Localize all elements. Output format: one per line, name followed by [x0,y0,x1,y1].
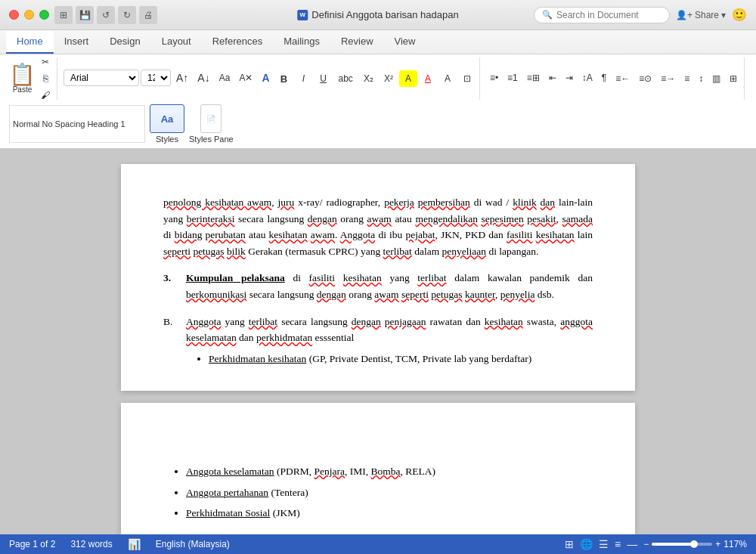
layout-icon[interactable]: ⊞ [565,538,574,550]
borders-button[interactable]: ⊞ [726,71,741,86]
statusbar: Page 1 of 2 312 words 📊 English (Malaysi… [0,534,756,554]
underline-button[interactable]: U [314,70,333,87]
web-layout-icon[interactable]: 🌐 [580,538,593,550]
tab-home[interactable]: Home [6,31,54,54]
minimize-button[interactable] [24,10,34,20]
titlebar-right: 🔍 👤+ Share ▾ 🙂 [534,7,747,23]
bullet-item-1: Anggota keselamatan (PDRM, Penjara, IMI,… [186,463,593,480]
format-painter-button[interactable]: 🖌 [37,88,54,103]
tab-mailings[interactable]: Mailings [273,31,330,54]
toolbar-quick-icons: ⊞ 💾 ↺ ↻ 🖨 [54,6,157,24]
bullet-3-bold: Perkhidmatan Sosial [186,507,270,518]
page-2: Anggota keselamatan (PDRM, Penjara, IMI,… [121,403,635,534]
font-shrink-button[interactable]: A↓ [194,70,213,86]
bullet-list-page2: Anggota keselamatan (PDRM, Penjara, IMI,… [186,463,593,522]
bullet-item-B1: Perkhidmatan kesihatan (GP, Private Dent… [209,351,593,367]
decrease-indent-button[interactable]: ⇤ [545,70,560,85]
read-mode-icon[interactable]: ≡ [615,538,621,550]
justify-button[interactable]: ≡ [680,71,693,86]
page-1: penolong kesihatan awam, juru x-ray/ rad… [121,164,635,391]
maximize-button[interactable] [39,10,49,20]
tab-review[interactable]: Review [330,31,384,54]
cut-button[interactable]: ✂ [37,54,54,70]
bullet-B1-bold: Perkhidmatan kesihatan [209,353,306,364]
increase-indent-button[interactable]: ⇥ [562,70,577,85]
text-effects-button[interactable]: A [258,70,273,86]
document-title: W Definisi Anggota barisan hadapan [297,9,458,20]
outline-icon[interactable]: ☰ [599,538,609,550]
sort-button[interactable]: ↕A [578,70,596,85]
word-icon: W [297,10,308,20]
smiley-icon[interactable]: 🙂 [732,8,747,22]
copy-button[interactable]: ⎘ [37,71,54,86]
show-formatting-button[interactable]: ¶ [598,70,610,85]
tab-insert[interactable]: Insert [54,31,100,54]
strikethrough-button[interactable]: abc [334,70,358,87]
word-count: 312 words [70,539,112,549]
bullet-1-bold: Anggota keselamatan [186,466,274,477]
page-2-content[interactable]: Anggota keselamatan (PDRM, Penjara, IMI,… [163,463,593,522]
tab-references[interactable]: References [202,31,273,54]
shading-button[interactable]: ▥ [708,71,724,86]
ribbon-tabs: Home Insert Design Layout References Mai… [0,30,756,54]
styles-group: Normal No Spacing Heading 1 Aa Styles 📄 … [6,103,237,145]
zoom-bar: − + 117% [643,539,747,549]
superscript-button[interactable]: X² [380,70,398,87]
titlebar-center: W Definisi Anggota barisan hadapan [297,9,458,20]
search-box[interactable]: 🔍 [534,7,670,23]
styles-pane-button[interactable]: 📄 Styles Pane [189,104,234,144]
highlight-button[interactable]: A [399,70,417,87]
proofing-icon[interactable]: 📊 [128,538,141,550]
bold-button[interactable]: B [275,70,293,87]
change-case-button[interactable]: Aa [215,70,234,85]
zoom-minus-button[interactable]: − [643,539,649,549]
text-shading-button[interactable]: A [438,70,457,87]
styles-button[interactable]: Aa Styles [150,104,184,144]
multilevel-list-button[interactable]: ≡⊞ [523,70,544,85]
paragraph-1: penolong kesihatan awam, juru x-ray/ rad… [163,194,593,259]
paste-button[interactable]: 📋 Paste [9,64,36,94]
font-color-button[interactable]: A [419,70,437,87]
font-grow-button[interactable]: A↑ [172,70,192,86]
font-selector[interactable]: Arial [64,70,139,86]
chevron-down-icon: ▾ [721,10,726,20]
zoom-track[interactable] [652,543,712,546]
search-input[interactable] [556,10,662,20]
zoom-level[interactable]: 117% [723,539,747,549]
numbering-button[interactable]: ≡1 [503,70,522,85]
align-right-button[interactable]: ≡→ [657,71,679,86]
tab-layout[interactable]: Layout [151,31,202,54]
page-1-content[interactable]: penolong kesihatan awam, juru x-ray/ rad… [163,194,593,371]
close-button[interactable] [9,10,19,20]
language[interactable]: English (Malaysia) [156,539,230,549]
italic-button[interactable]: I [295,70,313,87]
file-icon[interactable]: ⊞ [54,6,73,24]
font-size-selector[interactable]: 12 [141,70,171,86]
list-item-B: B. Anggota yang terlibat secara langsung… [163,314,593,372]
document-area: penolong kesihatan awam, juru x-ray/ rad… [0,149,756,534]
tab-view[interactable]: View [384,31,426,54]
redo-icon[interactable]: ↻ [118,6,136,24]
item3-bold-text: Kumpulan pelaksana [186,272,285,283]
print-icon[interactable]: 🖨 [139,6,157,24]
undo-icon[interactable]: ↺ [97,6,115,24]
line-spacing-button[interactable]: ↕ [695,71,707,86]
share-button[interactable]: 👤+ Share ▾ [676,10,726,20]
search-icon: 🔍 [542,10,553,20]
focus-icon[interactable]: — [627,538,637,550]
clear-format-button[interactable]: A✕ [235,70,256,85]
window-controls[interactable]: ⊞ 💾 ↺ ↻ 🖨 [9,6,157,24]
paragraph-group: ≡• ≡1 ≡⊞ ⇤ ⇥ ↕A ¶ ≡← ≡⊙ ≡→ ≡ ↕ ▥ ⊞ [483,57,745,100]
subscript-button[interactable]: X₂ [359,70,378,87]
page-info: Page 1 of 2 [9,539,55,549]
bullets-button[interactable]: ≡• [486,70,502,85]
styles-icon: Aa [150,104,184,133]
zoom-plus-button[interactable]: + [715,539,720,549]
save-icon[interactable]: 💾 [76,6,94,24]
border-button[interactable]: ⊡ [458,70,476,87]
clipboard-icon: 📋 [9,64,36,85]
styles-gallery[interactable]: Normal No Spacing Heading 1 [9,105,145,143]
align-center-button[interactable]: ≡⊙ [635,71,655,86]
align-left-button[interactable]: ≡← [612,71,634,86]
tab-design[interactable]: Design [99,31,150,54]
